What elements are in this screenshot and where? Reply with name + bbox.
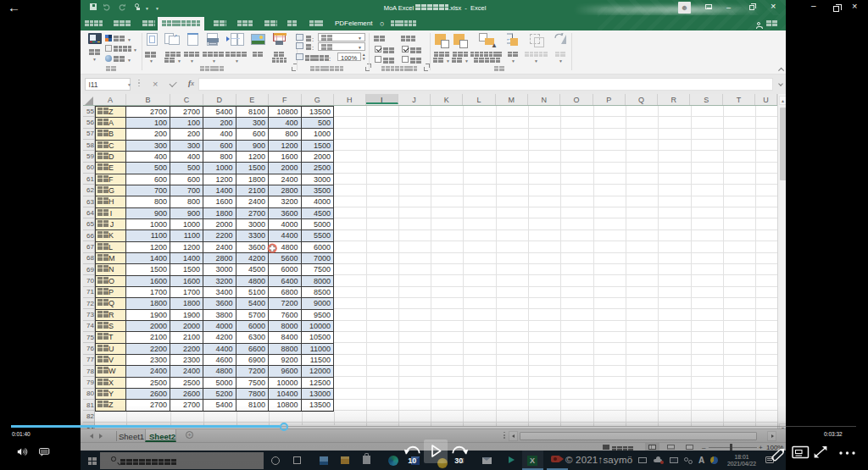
svg-text:30: 30 — [454, 456, 463, 465]
svg-text:10: 10 — [408, 456, 416, 465]
